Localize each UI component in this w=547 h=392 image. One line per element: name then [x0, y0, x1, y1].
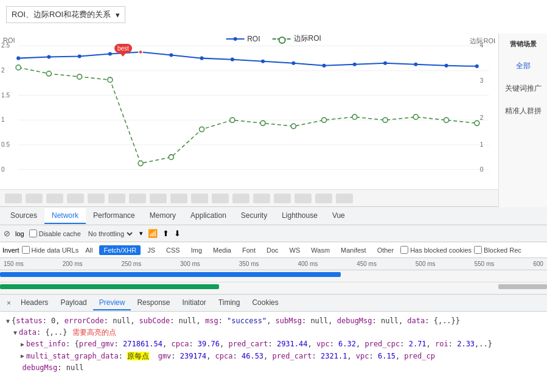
- svg-point-36: [108, 77, 113, 82]
- x-tick-box: [108, 194, 125, 203]
- close-button[interactable]: ×: [3, 299, 15, 307]
- chart-dropdown[interactable]: ROI、边际ROI和花费的关系 ▾: [6, 6, 125, 23]
- svg-text:4: 4: [480, 42, 484, 49]
- bottom-tab-timing[interactable]: Timing: [212, 296, 246, 310]
- svg-text:2.5: 2.5: [1, 42, 10, 49]
- svg-point-21: [139, 50, 142, 54]
- svg-text:0: 0: [1, 166, 5, 173]
- svg-point-19: [78, 55, 82, 58]
- blocked-cookies-checkbox[interactable]: Has blocked cookies: [400, 246, 472, 254]
- chart-svg-container: 2.5 2 1.5 1 0.5 0 4 3 2 1 0: [0, 33, 498, 188]
- throttle-select[interactable]: No throttling: [86, 229, 134, 238]
- filter-img[interactable]: Img: [187, 245, 206, 255]
- filter-js[interactable]: JS: [143, 245, 159, 255]
- scene-precision[interactable]: 精准人群拼: [505, 106, 542, 116]
- invert-label: Invert: [2, 247, 19, 254]
- x-tick-box: [274, 194, 291, 203]
- progress-area-2: [0, 282, 547, 295]
- filter-all[interactable]: All: [81, 245, 97, 255]
- hide-data-urls-label: Hide data URLs: [32, 247, 79, 254]
- wifi-icon: 📶: [148, 229, 158, 238]
- filter-ws[interactable]: WS: [285, 245, 305, 255]
- x-tick-box: [253, 194, 270, 203]
- svg-point-32: [475, 65, 479, 68]
- x-tick-box: [212, 194, 229, 203]
- tick-200: 200 ms: [63, 261, 83, 267]
- svg-point-18: [47, 55, 51, 59]
- highlight-note: 需要高亮的点: [72, 327, 116, 338]
- progress-area: [0, 270, 547, 282]
- tab-sources[interactable]: Sources: [3, 208, 44, 224]
- tab-network[interactable]: Network: [44, 208, 86, 224]
- disable-cache-checkbox[interactable]: Disable cache: [29, 229, 81, 237]
- bottom-tab-cookies[interactable]: Cookies: [246, 296, 284, 310]
- filter-doc[interactable]: Doc: [262, 245, 283, 255]
- svg-text:1: 1: [1, 116, 5, 123]
- hide-data-urls-input[interactable]: [22, 246, 30, 254]
- tick-450: 450 ms: [357, 261, 377, 267]
- blocked-req-checkbox[interactable]: Blocked Rec: [474, 246, 521, 254]
- collapse-arrow-3[interactable]: ▶: [21, 340, 24, 349]
- filter-manifest[interactable]: Manifest: [336, 245, 371, 255]
- log-label: log: [15, 230, 24, 237]
- bottom-tabs-bar: × Headers Payload Preview Response Initi…: [0, 295, 547, 312]
- disable-cache-input[interactable]: [29, 229, 37, 237]
- x-tick-box: [232, 194, 249, 203]
- x-tick-box: [88, 194, 105, 203]
- filter-font[interactable]: Font: [238, 245, 260, 255]
- progress-bar-blue: [0, 272, 341, 277]
- svg-point-35: [77, 74, 82, 79]
- svg-point-28: [353, 63, 357, 66]
- tab-security[interactable]: Security: [234, 208, 274, 224]
- filter-css[interactable]: CSS: [162, 245, 184, 255]
- x-tick-box: [336, 194, 353, 203]
- svg-text:0: 0: [480, 166, 484, 173]
- tick-600: 600: [533, 261, 543, 267]
- tab-lighthouse[interactable]: Lighthouse: [274, 208, 325, 224]
- json-key-data: data: {,..}: [19, 327, 67, 338]
- blocked-req-label: Blocked Rec: [484, 247, 521, 254]
- svg-point-43: [322, 117, 327, 122]
- svg-text:2: 2: [480, 114, 484, 121]
- bottom-tab-payload[interactable]: Payload: [54, 296, 92, 310]
- best-marker: best: [114, 44, 132, 53]
- tab-memory[interactable]: Memory: [142, 208, 183, 224]
- collapse-arrow-4[interactable]: ▶: [21, 351, 24, 361]
- blocked-cookies-input[interactable]: [400, 246, 408, 254]
- upload-icon: ⬆: [162, 229, 169, 238]
- chart-svg: 2.5 2 1.5 1 0.5 0 4 3 2 1 0: [0, 33, 498, 188]
- x-tick-box: [46, 194, 63, 203]
- scene-keyword[interactable]: 关键词推广: [505, 83, 542, 94]
- svg-point-30: [414, 63, 417, 66]
- tab-application[interactable]: Application: [183, 208, 234, 224]
- download-icon: ⬇: [174, 229, 181, 238]
- right-panel: 营销场景 全部 关键词推广 精准人群拼: [498, 33, 547, 207]
- svg-text:2: 2: [1, 67, 5, 74]
- svg-point-27: [322, 64, 326, 68]
- log-icon: ⊘: [4, 229, 10, 238]
- json-line-3-text: best_info: {pred_gmv: 271861.54, cpca: 3…: [26, 338, 492, 350]
- collapse-arrow-1[interactable]: ▼: [6, 317, 10, 326]
- bottom-tab-headers[interactable]: Headers: [15, 296, 54, 310]
- filter-other[interactable]: Other: [373, 245, 399, 255]
- devtools-tabs-bar: Sources Network Performance Memory Appli…: [0, 207, 547, 225]
- filter-fetch-xhr[interactable]: Fetch/XHR: [99, 245, 141, 255]
- tab-vue[interactable]: Vue: [325, 208, 352, 224]
- bottom-tab-preview[interactable]: Preview: [93, 296, 131, 310]
- json-line-2: ▼ data: {,..} 需要高亮的点: [13, 327, 541, 338]
- blocked-req-input[interactable]: [474, 246, 482, 254]
- bottom-tab-initiator[interactable]: Initiator: [176, 296, 212, 310]
- json-preview-content: ▼ {status: 0, errorCode: null, subCode: …: [0, 312, 547, 377]
- scene-all[interactable]: 全部: [516, 61, 531, 71]
- filter-media[interactable]: Media: [209, 245, 235, 255]
- x-tick-box: [150, 194, 167, 203]
- svg-point-26: [291, 61, 295, 65]
- collapse-arrow-2[interactable]: ▼: [13, 328, 17, 338]
- filter-wasm[interactable]: Wasm: [307, 245, 334, 255]
- svg-text:1.5: 1.5: [1, 92, 10, 99]
- svg-text:0.5: 0.5: [1, 141, 10, 148]
- tick-300: 300 ms: [180, 261, 200, 267]
- tab-performance[interactable]: Performance: [86, 208, 142, 224]
- hide-data-urls-checkbox[interactable]: Hide data URLs: [22, 246, 79, 254]
- bottom-tab-response[interactable]: Response: [131, 296, 176, 310]
